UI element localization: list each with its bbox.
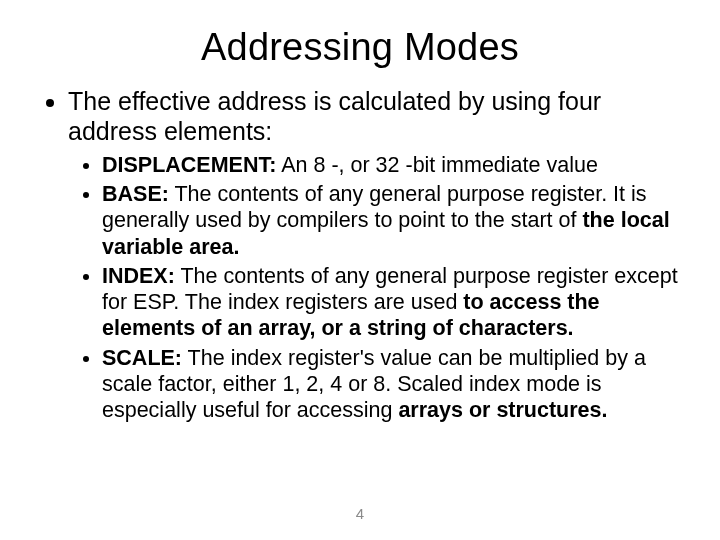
- item-text: An 8 -, or 32 -bit immediate value: [276, 153, 597, 177]
- item-text: The contents of any general purpose regi…: [102, 182, 647, 232]
- item-label: INDEX:: [102, 264, 175, 288]
- bullet-list-level2: DISPLACEMENT: An 8 -, or 32 -bit immedia…: [68, 152, 680, 423]
- list-item: INDEX: The contents of any general purpo…: [102, 263, 680, 342]
- page-title: Addressing Modes: [40, 26, 680, 69]
- item-label: BASE:: [102, 182, 169, 206]
- bullet-list-level1: The effective address is calculated by u…: [40, 87, 680, 423]
- slide: Addressing Modes The effective address i…: [0, 0, 720, 540]
- list-item: BASE: The contents of any general purpos…: [102, 181, 680, 260]
- intro-text: The effective address is calculated by u…: [68, 87, 601, 145]
- page-number: 4: [0, 505, 720, 522]
- list-item: DISPLACEMENT: An 8 -, or 32 -bit immedia…: [102, 152, 680, 178]
- item-label: SCALE:: [102, 346, 182, 370]
- item-bold-tail: arrays or structures.: [398, 398, 607, 422]
- list-item: SCALE: The index register's value can be…: [102, 345, 680, 424]
- intro-bullet: The effective address is calculated by u…: [68, 87, 680, 423]
- item-label: DISPLACEMENT:: [102, 153, 276, 177]
